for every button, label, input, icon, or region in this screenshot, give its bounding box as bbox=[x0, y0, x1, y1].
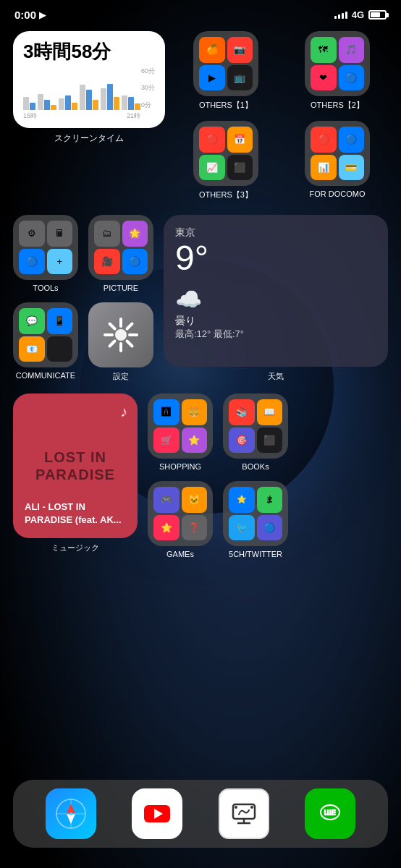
folder-docomo-icon: 🔴 🔵 📊 💳 bbox=[305, 121, 370, 186]
5ch-app-3: 🐦 bbox=[229, 515, 255, 541]
music-widget[interactable]: LOST INPARADISE ♪ ALI - LOST IN PARADISE… bbox=[13, 393, 138, 538]
games-app-4: ❓ bbox=[182, 515, 208, 541]
folder-tools-icon: ⚙ 🖩 🔵 + bbox=[13, 215, 78, 280]
bar3 bbox=[342, 13, 344, 19]
weather-label: 天気 bbox=[164, 371, 388, 382]
svg-point-21 bbox=[235, 806, 237, 809]
folder-picture-label: PICTURE bbox=[104, 284, 138, 292]
screen-time-widget-container: 3時間58分 bbox=[13, 31, 165, 145]
pic-app-1: 🗂 bbox=[94, 221, 120, 247]
y-label-60: 60分 bbox=[141, 67, 155, 76]
chart-group-3 bbox=[59, 95, 77, 110]
folder-tools-label: TOOLs bbox=[33, 284, 58, 292]
folder-picture-icon: 🗂 🌟 🎥 🔵 bbox=[88, 215, 153, 280]
bar2 bbox=[338, 14, 340, 19]
y-label-0: 0分 bbox=[141, 101, 155, 110]
weather-widget[interactable]: 東京 9° ☁️ 曇り 最高:12° 最低:7° bbox=[164, 215, 388, 367]
folder-for-docomo[interactable]: 🔴 🔵 📊 💳 FOR DOCOMO bbox=[287, 121, 388, 200]
svg-line-6 bbox=[127, 341, 132, 346]
folder-others3[interactable]: 🔴 📅 📈 ⬛ OTHERS【3】 bbox=[175, 121, 277, 200]
books-app-4: ⬛ bbox=[257, 427, 283, 454]
folder-books-label: BOOKs bbox=[242, 462, 269, 471]
folder-others2[interactable]: 🗺 🎵 ❤ 🔵 OTHERS【2】 bbox=[287, 31, 388, 111]
tools-app-2: 🖩 bbox=[47, 221, 73, 247]
tools-app-3: 🔵 bbox=[19, 249, 45, 275]
app-icon-10: 📅 bbox=[227, 127, 253, 153]
signal-bars bbox=[334, 12, 347, 19]
app-icon-12: ⬛ bbox=[227, 155, 253, 181]
row-1: 3時間58分 bbox=[13, 31, 388, 200]
x-label-21: 21時 bbox=[127, 111, 140, 121]
bar-blue-2 bbox=[44, 100, 50, 110]
weather-temp: 9° bbox=[175, 239, 376, 278]
app-icon-16: 💳 bbox=[339, 155, 365, 181]
folder-others3-label: OTHERS【3】 bbox=[199, 190, 253, 200]
right-col-row4: 🅰 🍔 🛒 ⭐ SHOPPING 📚 📖 🎯 ⬛ BOOKs bbox=[148, 393, 388, 558]
comm-app-1: 💬 bbox=[19, 308, 45, 334]
dock-nicovideo[interactable] bbox=[219, 788, 269, 839]
bar-blue-6 bbox=[128, 97, 134, 110]
bar-blue-5 bbox=[107, 84, 113, 110]
svg-point-22 bbox=[250, 806, 253, 809]
middle-col: 🗂 🌟 🎥 🔵 PICTURE bbox=[88, 215, 153, 382]
folder-others1[interactable]: 🍊 📷 ▶ 📺 OTHERS【1】 bbox=[175, 31, 277, 111]
settings-app[interactable]: 設定 bbox=[88, 302, 153, 382]
x-label-15: 15時 bbox=[23, 111, 37, 121]
bar-blue-3 bbox=[65, 95, 71, 110]
folder-books-icon: 📚 📖 🎯 ⬛ bbox=[223, 393, 288, 459]
screen-time-widget[interactable]: 3時間58分 bbox=[13, 31, 165, 128]
status-time-area: 0:00 ▶ bbox=[14, 9, 46, 21]
row-2-3: ⚙ 🖩 🔵 + TOOLs 💬 📱 📧 COMMUNICATE bbox=[13, 215, 388, 382]
folder-communicate-label: COMMUNICATE bbox=[16, 371, 75, 380]
dock-line[interactable] bbox=[305, 788, 355, 839]
shop-app-4: ⭐ bbox=[182, 427, 208, 454]
comm-app-4 bbox=[47, 336, 73, 362]
folder-communicate[interactable]: 💬 📱 📧 COMMUNICATE bbox=[13, 302, 78, 380]
shop-app-1: 🅰 bbox=[153, 399, 180, 425]
app-icon-3: ▶ bbox=[199, 65, 225, 91]
bar-orange-6 bbox=[135, 103, 140, 110]
battery-icon bbox=[368, 10, 387, 20]
5ch-app-2: ま bbox=[257, 487, 283, 513]
folder-picture[interactable]: 🗂 🌟 🎥 🔵 PICTURE bbox=[88, 215, 153, 292]
chart-x-labels: 15時 21時 bbox=[23, 111, 155, 121]
row-4: LOST INPARADISE ♪ ALI - LOST IN PARADISE… bbox=[13, 393, 388, 558]
dock-youtube[interactable] bbox=[132, 788, 182, 839]
folder-5ch-label: 5CH/TWITTER bbox=[229, 550, 282, 558]
app-icon-4: 📺 bbox=[227, 65, 253, 91]
left-col: ⚙ 🖩 🔵 + TOOLs 💬 📱 📧 COMMUNICATE bbox=[13, 215, 78, 382]
app-icon-14: 🔵 bbox=[339, 127, 365, 153]
svg-marker-12 bbox=[67, 804, 75, 814]
bar-blue-1 bbox=[30, 103, 35, 110]
folder-others1-label: OTHERS【1】 bbox=[199, 100, 253, 111]
bar-gray-1 bbox=[23, 97, 29, 110]
folder-5ch-twitter[interactable]: ⭐ ま 🐦 🔵 5CH/TWITTER bbox=[223, 481, 288, 558]
settings-icon bbox=[88, 302, 153, 367]
folder-games[interactable]: 🎮 🐱 ⭐ ❓ GAMEs bbox=[148, 481, 213, 558]
bar-gray-5 bbox=[101, 88, 106, 110]
folder-communicate-icon: 💬 📱 📧 bbox=[13, 302, 78, 367]
folder-tools[interactable]: ⚙ 🖩 🔵 + TOOLs bbox=[13, 215, 78, 292]
5ch-app-4: 🔵 bbox=[257, 515, 283, 541]
folder-shopping[interactable]: 🅰 🍔 🛒 ⭐ SHOPPING bbox=[148, 393, 213, 471]
status-indicators: 4G bbox=[334, 9, 387, 20]
folder-books[interactable]: 📚 📖 🎯 ⬛ BOOKs bbox=[223, 393, 288, 471]
battery-fill bbox=[371, 12, 380, 17]
bar-gray-3 bbox=[59, 98, 64, 110]
bar1 bbox=[334, 16, 337, 19]
status-time: 0:00 bbox=[14, 9, 36, 21]
screen-time-chart: 60分 30分 0分 bbox=[23, 67, 155, 110]
books-app-2: 📖 bbox=[257, 399, 283, 425]
location-icon: ▶ bbox=[39, 10, 46, 20]
games-app-2: 🐱 bbox=[182, 487, 208, 513]
folder-shopping-icon: 🅰 🍔 🛒 ⭐ bbox=[148, 393, 213, 459]
network-type: 4G bbox=[352, 9, 364, 20]
games-app-1: 🎮 bbox=[153, 487, 180, 513]
svg-line-7 bbox=[127, 324, 132, 329]
dock bbox=[13, 780, 388, 848]
svg-line-5 bbox=[110, 324, 115, 329]
books-app-1: 📚 bbox=[229, 399, 255, 425]
folder-others1-icon: 🍊 📷 ▶ 📺 bbox=[193, 31, 258, 96]
dock-safari[interactable] bbox=[46, 788, 96, 839]
app-icon-15: 📊 bbox=[311, 155, 337, 181]
